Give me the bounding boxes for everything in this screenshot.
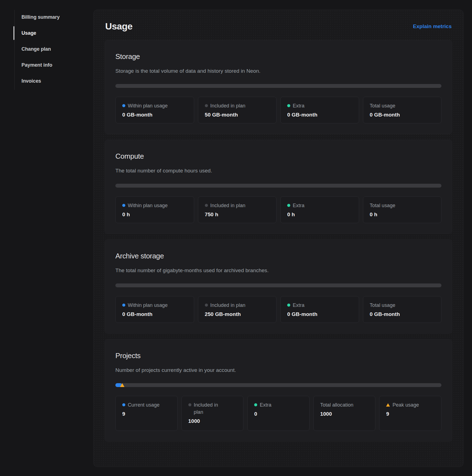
stat-card-within-plan: Within plan usage 0 h [115,196,194,223]
compute-progress-bar [115,184,441,188]
extra-dot [254,403,257,406]
stat-value: 0 GB-month [287,311,352,317]
stat-card-total-usage: Total usage 0 GB-month [363,296,442,323]
projects-section-description: Number of projects currently active in y… [115,367,441,373]
stat-label: Included in plan [210,302,246,309]
stat-value: 9 [386,411,435,417]
stat-card-included-in-plan: Included in plan 50 GB-month [198,97,277,123]
stat-value: 750 h [205,212,270,218]
stat-card-total-allocation: Total allocation 1000 [313,396,376,431]
peak-usage-marker-icon [120,383,124,387]
stat-label: Current usage [128,401,159,409]
storage-section: Storage Storage is the total volume of d… [105,40,452,134]
stat-card-included-in-plan: Included in plan 250 GB-month [198,296,277,323]
sidebar-item-label: Invoices [21,78,41,84]
stat-card-extra: Extra 0 GB-month [280,296,359,323]
stat-card-within-plan: Within plan usage 0 GB-month [115,296,194,323]
projects-section: Projects Number of projects currently ac… [105,339,452,442]
stat-label: Total allocation [320,401,354,409]
included-in-plan-dot [205,204,208,207]
peak-usage-triangle-icon [386,403,390,407]
extra-dot [287,204,290,207]
archive-storage-section: Archive storage The total number of giga… [105,239,452,334]
archive-storage-section-description: The total number of gigabyte-months used… [115,267,441,274]
stat-label: Peak usage [392,401,419,409]
sidebar-item-label: Billing summary [21,14,60,20]
panel-header: Usage Explain metrics [105,21,452,32]
archive-storage-stats-row: Within plan usage 0 GB-month Included in… [115,296,441,323]
storage-section-title: Storage [115,52,441,61]
stat-label: Total usage [370,302,395,309]
stat-label: Included in plan [194,401,223,416]
stat-value: 0 GB-month [122,112,187,118]
within-plan-dot [122,104,125,107]
storage-stats-row: Within plan usage 0 GB-month Included in… [115,97,441,123]
stat-card-within-plan: Within plan usage 0 GB-month [115,97,194,123]
stat-label: Total usage [370,202,395,209]
stat-label: Extra [293,102,305,109]
compute-section-title: Compute [115,152,441,161]
stat-label: Included in plan [210,202,246,209]
stat-card-extra: Extra 0 [247,396,310,431]
stat-card-total-usage: Total usage 0 GB-month [363,97,442,123]
stat-card-included-in-plan: Included in plan 750 h [198,196,277,223]
stat-card-extra: Extra 0 h [280,196,359,223]
usage-panel: Usage Explain metrics Storage Storage is… [93,10,463,467]
explain-metrics-link[interactable]: Explain metrics [413,23,452,29]
billing-sidebar: Billing summary Usage Change plan Paymen… [0,0,93,476]
within-plan-dot [122,304,125,307]
sidebar-item-change-plan[interactable]: Change plan [21,42,93,56]
stat-value: 0 GB-month [287,112,352,118]
stat-label: Included in plan [210,102,246,109]
stat-label: Extra [260,401,272,409]
sidebar-item-billing-summary[interactable]: Billing summary [21,10,93,24]
included-in-plan-dot [205,304,208,307]
compute-section: Compute The total number of compute hour… [105,140,452,234]
compute-section-description: The total number of compute hours used. [115,168,441,174]
projects-stats-row: Current usage 9 Included in plan 1000 Ex… [115,396,441,431]
stat-card-peak-usage: Peak usage 9 [379,396,441,431]
page-title: Usage [105,21,132,32]
billing-nav: Billing summary Usage Change plan Paymen… [14,10,93,90]
stat-value: 9 [122,411,171,417]
stat-value: 0 h [122,212,187,218]
included-in-plan-dot [205,104,208,107]
stat-label: Extra [293,202,305,209]
within-plan-dot [122,204,125,207]
projects-section-title: Projects [115,351,441,360]
stat-value: 50 GB-month [205,112,270,118]
stat-value: 0 GB-month [370,112,435,118]
current-usage-dot [122,403,125,406]
stat-value: 0 GB-month [370,311,435,317]
storage-progress-bar [115,84,441,88]
projects-progress-bar [115,383,441,387]
sidebar-item-usage[interactable]: Usage [21,26,93,40]
stat-value: 0 h [370,212,435,218]
storage-section-description: Storage is the total volume of data and … [115,68,441,74]
stat-value: 0 h [287,212,352,218]
stat-card-included-in-plan: Included in plan 1000 [181,396,244,431]
archive-storage-section-title: Archive storage [115,252,441,260]
stat-value: 0 [254,411,303,417]
stat-card-extra: Extra 0 GB-month [280,97,359,123]
stat-value: 0 GB-month [122,311,187,317]
sidebar-item-label: Change plan [21,46,51,52]
sidebar-item-invoices[interactable]: Invoices [21,74,93,88]
sidebar-item-label: Payment info [21,62,52,68]
stat-card-total-usage: Total usage 0 h [363,196,442,223]
stat-label: Total usage [370,102,395,109]
included-in-plan-dot [188,403,191,406]
stat-card-current-usage: Current usage 9 [115,396,178,431]
stat-label: Within plan usage [128,202,168,209]
stat-value: 1000 [188,418,237,424]
archive-storage-progress-bar [115,283,441,287]
stat-label: Within plan usage [128,302,168,309]
sidebar-item-label: Usage [21,30,36,36]
extra-dot [287,104,290,107]
extra-dot [287,304,290,307]
stat-label: Within plan usage [128,102,168,109]
compute-stats-row: Within plan usage 0 h Included in plan 7… [115,196,441,223]
stat-value: 250 GB-month [205,311,270,317]
stat-label: Extra [293,302,305,309]
sidebar-item-payment-info[interactable]: Payment info [21,58,93,72]
